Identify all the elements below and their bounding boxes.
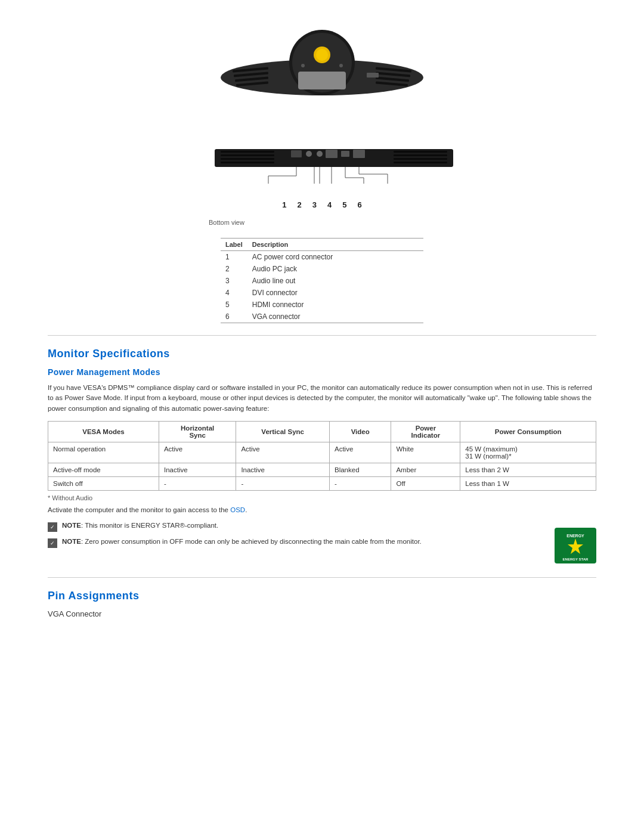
hsync-cell: Active (159, 442, 236, 463)
row-description: AC power cord connector (247, 251, 423, 264)
video-cell: Active (329, 442, 391, 463)
video-cell: Blanked (329, 463, 391, 476)
row-label: 2 (221, 263, 247, 275)
power-table: VESA Modes HorizontalSync Vertical Sync … (48, 421, 596, 491)
power-th-hsync: HorizontalSync (159, 421, 236, 442)
consumption-cell: 45 W (maximum)31 W (normal)* (460, 442, 596, 463)
svg-point-28 (317, 151, 323, 157)
svg-point-27 (306, 151, 312, 157)
svg-text:ENERGY: ENERGY (566, 534, 584, 538)
pin-assignments-title: Pin Assignments (48, 590, 596, 602)
svg-rect-23 (394, 154, 447, 156)
connector-label-6: 6 (357, 200, 361, 209)
pin-assignments-section: Pin Assignments VGA Connector (48, 590, 596, 618)
monitor-specs-title: Monitor Specifications (48, 348, 596, 360)
activate-text: Activate the computer and the monitor to… (48, 506, 596, 513)
table-row: 4DVI connector (221, 287, 423, 299)
svg-rect-18 (221, 151, 274, 153)
svg-rect-20 (221, 158, 274, 160)
svg-point-4 (316, 49, 328, 61)
svg-point-6 (339, 64, 343, 67)
row-label: 6 (221, 311, 247, 323)
footnote-text: * Without Audio (48, 494, 596, 501)
consumption-cell: Less than 2 W (460, 463, 596, 476)
svg-rect-21 (221, 162, 274, 163)
power-th-consumption: Power Consumption (460, 421, 596, 442)
osd-link[interactable]: OSD (230, 506, 245, 513)
row-description: Audio line out (247, 275, 423, 287)
power-th-video: Video (329, 421, 391, 442)
row-description: VGA connector (247, 311, 423, 323)
mode-cell: Normal operation (48, 442, 159, 463)
connector-table: Label Description 1AC power cord connect… (221, 238, 423, 323)
note-box-2: ✓ NOTE: Zero power consumption in OFF mo… (48, 538, 543, 548)
connector-label-2: 2 (298, 200, 302, 209)
indicator-cell: White (391, 442, 460, 463)
note-box-1: ✓ NOTE: This monitor is ENERGY STAR®-com… (48, 522, 543, 532)
svg-rect-26 (291, 150, 302, 157)
power-mgmt-description: If you have VESA's DPMS™ compliance disp… (48, 383, 596, 414)
table-row: 3Audio line out (221, 275, 423, 287)
mode-cell: Switch off (48, 476, 159, 490)
table-row: 5HDMI connector (221, 299, 423, 311)
connector-label-3: 3 (312, 200, 317, 209)
hsync-cell: Inactive (159, 463, 236, 476)
svg-rect-24 (394, 158, 447, 160)
indicator-cell: Amber (391, 463, 460, 476)
vsync-cell: Active (236, 442, 330, 463)
bottom-view-label: Bottom view (173, 219, 471, 226)
note-section-1: ✓ NOTE: This monitor is ENERGY STAR®-com… (48, 522, 596, 565)
note-icon-1: ✓ (48, 522, 57, 532)
connector-table-section: Label Description 1AC power cord connect… (221, 238, 423, 323)
svg-rect-31 (353, 150, 365, 158)
vga-connector-label: VGA Connector (48, 609, 596, 618)
divider-1 (48, 335, 596, 336)
connector-label-1: 1 (282, 200, 286, 209)
monitor-specs-section: Monitor Specifications Power Management … (48, 348, 596, 565)
monitor-bottom-view-image (203, 137, 441, 197)
row-label: 5 (221, 299, 247, 311)
energy-star-badge: ENERGY ENERGY STAR (555, 528, 596, 565)
indicator-cell: Off (391, 476, 460, 490)
note-text-2: NOTE: Zero power consumption in OFF mode… (62, 538, 422, 545)
svg-rect-29 (326, 150, 338, 158)
power-th-modes: VESA Modes (48, 421, 159, 442)
note-text-1: NOTE: This monitor is ENERGY STAR®-compl… (62, 522, 218, 529)
hsync-cell: - (159, 476, 236, 490)
svg-rect-16 (367, 73, 379, 78)
svg-rect-22 (394, 151, 447, 153)
connector-label-5: 5 (342, 200, 346, 209)
table-row: 2Audio PC jack (221, 263, 423, 275)
video-cell: - (329, 476, 391, 490)
table-row: 6VGA connector (221, 311, 423, 323)
vsync-cell: - (236, 476, 330, 490)
vsync-cell: Inactive (236, 463, 330, 476)
monitor-images-section: 1 2 3 4 5 6 Bottom view (48, 12, 596, 226)
connector-label-4: 4 (327, 200, 332, 209)
table-header-description: Description (247, 239, 423, 251)
svg-rect-30 (341, 151, 349, 157)
power-th-vsync: Vertical Sync (236, 421, 330, 442)
mode-cell: Active-off mode (48, 463, 159, 476)
power-table-row: Active-off mode Inactive Inactive Blanke… (48, 463, 596, 476)
consumption-cell: Less than 1 W (460, 476, 596, 490)
power-th-indicator: PowerIndicator (391, 421, 460, 442)
row-label: 1 (221, 251, 247, 264)
svg-rect-15 (298, 72, 346, 89)
connector-number-labels: 1 2 3 4 5 6 (282, 200, 361, 209)
row-description: Audio PC jack (247, 263, 423, 275)
power-mgmt-title: Power Management Modes (48, 367, 596, 377)
svg-rect-19 (221, 154, 274, 156)
monitor-top-view-image (215, 12, 429, 119)
power-table-row: Normal operation Active Active Active Wh… (48, 442, 596, 463)
row-label: 3 (221, 275, 247, 287)
divider-2 (48, 577, 596, 578)
row-description: DVI connector (247, 287, 423, 299)
note-icon-2: ✓ (48, 538, 57, 548)
svg-text:ENERGY STAR: ENERGY STAR (563, 558, 589, 561)
svg-point-5 (301, 64, 305, 67)
row-description: HDMI connector (247, 299, 423, 311)
table-row: 1AC power cord connector (221, 251, 423, 264)
svg-rect-25 (394, 162, 447, 163)
row-label: 4 (221, 287, 247, 299)
